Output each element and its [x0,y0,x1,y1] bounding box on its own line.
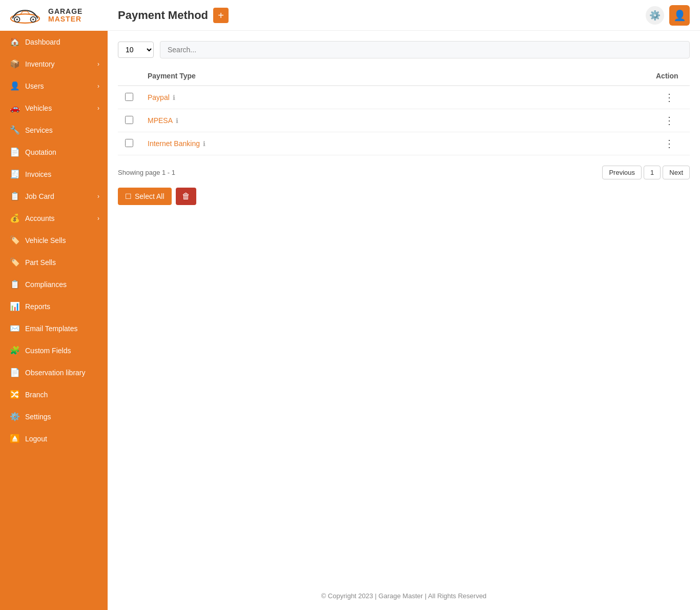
sidebar-item-services[interactable]: 🔧 Services [0,119,108,141]
sidebar-item-dashboard[interactable]: 🏠 Dashboard [0,31,108,53]
info-icon: ℹ [173,94,175,101]
topbar-right: ⚙️ 👤 [646,5,690,26]
delete-selected-button[interactable]: 🗑 [176,188,196,205]
sidebar-item-accounts[interactable]: 💰 Accounts › [0,207,108,229]
sidebar-item-job-card[interactable]: 📋 Job Card › [0,185,108,207]
sidebar-label-job-card: Job Card [25,192,54,200]
sidebar-item-users[interactable]: 👤 Users › [0,75,108,97]
sidebar-label-vehicle-sells: Vehicle Sells [25,236,66,245]
sidebar-item-invoices[interactable]: 🧾 Invoices [0,163,108,185]
main-content: Payment Method + ⚙️ 👤 10 25 50 100 Payme [108,0,700,610]
table-header-row: Payment Type Action [118,67,690,86]
users-icon: 👤 [10,81,20,91]
row-actions-button[interactable]: ⋮ [664,115,674,126]
payment-type-label: Internet Banking [148,139,200,148]
nav-menu: 🏠 Dashboard 📦 Inventory › 👤 Users › 🚗 Ve… [0,31,108,450]
topbar: Payment Method + ⚙️ 👤 [108,0,700,31]
svg-point-4 [32,18,34,21]
payment-type-label: MPESA [148,116,173,125]
row-actions-button[interactable]: ⋮ [664,138,674,149]
add-payment-method-button[interactable]: + [213,8,229,23]
sidebar-label-vehicles: Vehicles [25,104,52,112]
toolbar: 10 25 50 100 [118,41,690,58]
sidebar-label-observation-library: Observation library [25,369,86,377]
sidebar-item-vehicle-sells[interactable]: 🏷️ Vehicle Sells [0,229,108,251]
per-page-select[interactable]: 10 25 50 100 [118,42,154,58]
vehicles-icon: 🚗 [10,103,20,113]
sidebar-item-logout[interactable]: ⏏️ Logout [0,428,108,450]
sidebar-item-email-templates[interactable]: ✉️ Email Templates [0,317,108,339]
info-icon: ℹ [203,140,205,148]
sidebar-label-part-sells: Part Sells [25,258,56,267]
inventory-icon: 📦 [10,59,20,69]
row-actions-button[interactable]: ⋮ [664,92,674,103]
user-avatar-button[interactable]: 👤 [669,5,690,26]
sidebar-item-quotation[interactable]: 📄 Quotation [0,141,108,163]
branch-icon: 🔀 [10,390,20,399]
content-area: 10 25 50 100 Payment Type Action [108,31,700,582]
settings-icon-button[interactable]: ⚙️ [646,6,664,25]
sidebar-item-branch[interactable]: 🔀 Branch [0,383,108,405]
sidebar-item-part-sells[interactable]: 🏷️ Part Sells [0,251,108,273]
sidebar-label-users: Users [25,82,44,90]
payment-type-cell: MPESA ℹ [140,109,649,132]
sidebar-item-compliances[interactable]: 📋 Compliances [0,273,108,295]
row-checkbox-cell [118,109,140,132]
payment-type-cell: Paypal ℹ [140,86,649,109]
info-icon: ℹ [176,117,178,125]
previous-page-button[interactable]: Previous [602,166,642,179]
row-checkbox-cell [118,132,140,155]
footer: © Copyright 2023 | Garage Master | All R… [108,582,700,610]
sidebar-item-observation-library[interactable]: 📄 Observation library [0,361,108,383]
svg-point-2 [16,18,18,21]
sidebar-item-inventory[interactable]: 📦 Inventory › [0,53,108,75]
logo-master-text: MASTER [48,15,83,23]
dashboard-icon: 🏠 [10,37,20,47]
sidebar-item-reports[interactable]: 📊 Reports [0,295,108,317]
sidebar-item-custom-fields[interactable]: 🧩 Custom Fields [0,339,108,361]
sidebar-label-custom-fields: Custom Fields [25,347,71,355]
next-page-button[interactable]: Next [663,166,690,179]
part-sells-icon: 🏷️ [10,257,20,267]
sidebar: GARAGE MASTER 🏠 Dashboard 📦 Inventory › … [0,0,108,610]
page-title: Payment Method [118,9,208,22]
custom-fields-icon: 🧩 [10,345,20,355]
sidebar-label-logout: Logout [25,435,47,443]
logout-icon: ⏏️ [10,434,20,443]
users-arrow-icon: › [97,83,99,90]
table-row: Paypal ℹ ⋮ [118,86,690,109]
compliances-icon: 📋 [10,279,20,289]
page-number-button[interactable]: 1 [644,166,661,179]
sidebar-item-settings[interactable]: ⚙️ Settings [0,405,108,428]
col-checkbox [118,67,140,86]
search-input[interactable] [160,41,690,58]
select-all-checkbox-icon: ☐ [125,192,132,200]
sidebar-item-vehicles[interactable]: 🚗 Vehicles › [0,97,108,119]
action-cell: ⋮ [649,86,690,109]
vehicles-arrow-icon: › [97,105,99,112]
sidebar-label-services: Services [25,126,53,134]
action-cell: ⋮ [649,132,690,155]
showing-text: Showing page 1 - 1 [118,169,175,176]
email-templates-icon: ✉️ [10,323,20,333]
bottom-actions: ☐ Select All 🗑 [118,188,690,205]
logo-area: GARAGE MASTER [0,0,108,31]
payment-methods-table: Payment Type Action Paypal ℹ ⋮ [118,67,690,155]
sidebar-label-settings: Settings [25,413,51,421]
sidebar-label-email-templates: Email Templates [25,324,77,333]
invoices-icon: 🧾 [10,169,20,179]
settings-icon: ⚙️ [10,412,20,421]
job-card-arrow-icon: › [97,193,99,200]
row-checkbox[interactable] [125,139,133,147]
quotation-icon: 📄 [10,147,20,157]
row-checkbox[interactable] [125,116,133,124]
sidebar-label-dashboard: Dashboard [25,38,60,46]
services-icon: 🔧 [10,125,20,135]
payment-type-cell: Internet Banking ℹ [140,132,649,155]
select-all-label: Select All [135,192,164,200]
row-checkbox[interactable] [125,93,133,101]
select-all-button[interactable]: ☐ Select All [118,188,172,205]
col-action: Action [649,67,690,86]
reports-icon: 📊 [10,301,20,311]
table-row: MPESA ℹ ⋮ [118,109,690,132]
